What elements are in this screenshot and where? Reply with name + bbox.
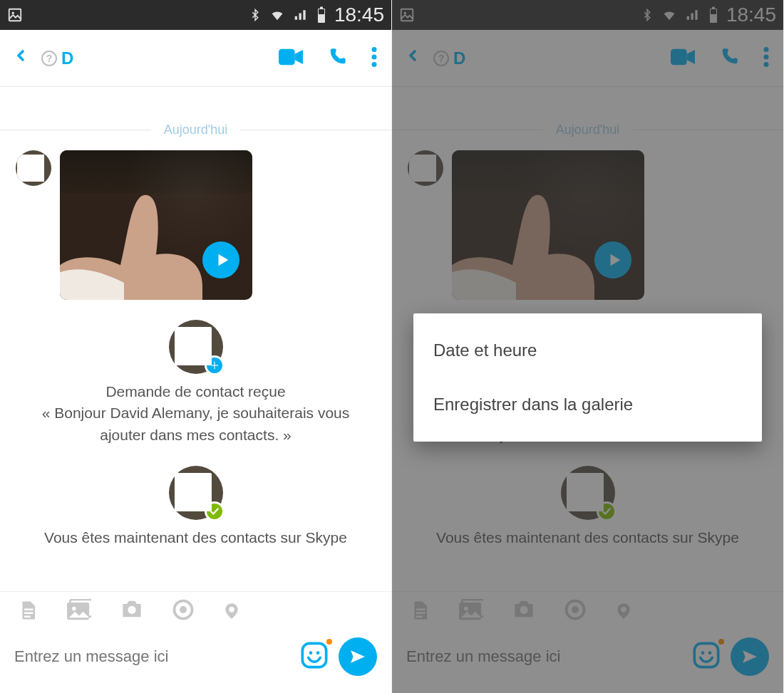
battery-icon — [316, 6, 327, 24]
day-label: Aujourd'hui — [151, 123, 241, 137]
now-contacts-text: Vous êtes maintenant des contacts sur Sk… — [17, 527, 374, 548]
incoming-video-message[interactable] — [0, 150, 391, 300]
bluetooth-icon — [249, 6, 262, 24]
svg-point-18 — [229, 607, 234, 613]
voice-call-button[interactable] — [327, 47, 347, 70]
play-icon[interactable] — [202, 241, 239, 278]
svg-point-20 — [309, 651, 313, 655]
phone-right: 18:45 ? D Aujourd'hui — [392, 0, 784, 693]
svg-rect-4 — [319, 9, 324, 14]
svg-point-15 — [128, 606, 135, 614]
menu-item-date-time[interactable]: Date et heure — [413, 323, 762, 377]
svg-rect-19 — [302, 643, 326, 667]
contact-request-title: Demande de contact reçue — [17, 381, 374, 402]
contact-initial: D — [61, 48, 73, 68]
gallery-notif-icon — [7, 7, 23, 23]
svg-rect-9 — [24, 609, 33, 611]
send-button[interactable] — [339, 637, 377, 676]
video-thumbnail[interactable] — [60, 150, 252, 300]
phone-left: 18:45 ? D Aujourd'hui — [0, 0, 392, 693]
svg-rect-3 — [320, 7, 323, 9]
cellular-icon — [293, 8, 309, 22]
help-icon: ? — [41, 51, 57, 66]
wifi-icon — [269, 7, 286, 23]
svg-point-7 — [372, 54, 377, 59]
file-icon[interactable] — [17, 599, 38, 626]
svg-point-6 — [372, 47, 377, 52]
contact-request-block: Demande de contact reçue « Bonjour David… — [0, 320, 391, 446]
svg-point-1 — [12, 12, 14, 14]
status-bar: 18:45 — [0, 0, 391, 30]
now-contacts-block: Vous êtes maintenant des contacts sur Sk… — [0, 466, 391, 548]
emoji-notif-dot-icon — [326, 639, 332, 645]
svg-rect-5 — [279, 48, 295, 65]
svg-rect-0 — [9, 9, 21, 21]
day-separator: Aujourd'hui — [0, 123, 391, 137]
svg-point-8 — [372, 62, 377, 67]
app-header: ? D — [0, 30, 391, 87]
contact-request-body: « Bonjour David Alemany, je souhaiterais… — [17, 402, 374, 446]
request-avatar[interactable] — [169, 320, 223, 374]
compose-bar — [0, 630, 391, 693]
status-time: 18:45 — [334, 4, 384, 26]
svg-rect-10 — [24, 613, 33, 615]
now-contacts-avatar[interactable] — [169, 466, 223, 520]
location-icon[interactable] — [222, 599, 241, 626]
contact-ok-badge-icon — [205, 501, 225, 521]
attachment-bar — [0, 591, 391, 630]
sender-avatar[interactable] — [16, 150, 51, 186]
emoji-button[interactable] — [300, 641, 329, 672]
svg-point-21 — [316, 651, 320, 655]
svg-point-14 — [72, 607, 76, 611]
camera-icon[interactable] — [120, 599, 144, 626]
more-menu-button[interactable] — [371, 47, 377, 70]
svg-point-17 — [180, 606, 187, 613]
video-call-button[interactable] — [279, 48, 303, 68]
menu-item-save-gallery[interactable]: Enregistrer dans la galerie — [413, 377, 762, 432]
back-button[interactable] — [14, 46, 41, 71]
chat-body[interactable]: Aujourd'hui — [0, 87, 391, 591]
gallery-icon[interactable] — [67, 599, 91, 626]
video-message-icon[interactable] — [172, 599, 194, 626]
add-contact-badge-icon — [205, 355, 225, 375]
svg-rect-11 — [24, 616, 31, 618]
context-menu: Date et heure Enregistrer dans la galeri… — [413, 313, 762, 442]
message-input[interactable] — [14, 647, 290, 666]
